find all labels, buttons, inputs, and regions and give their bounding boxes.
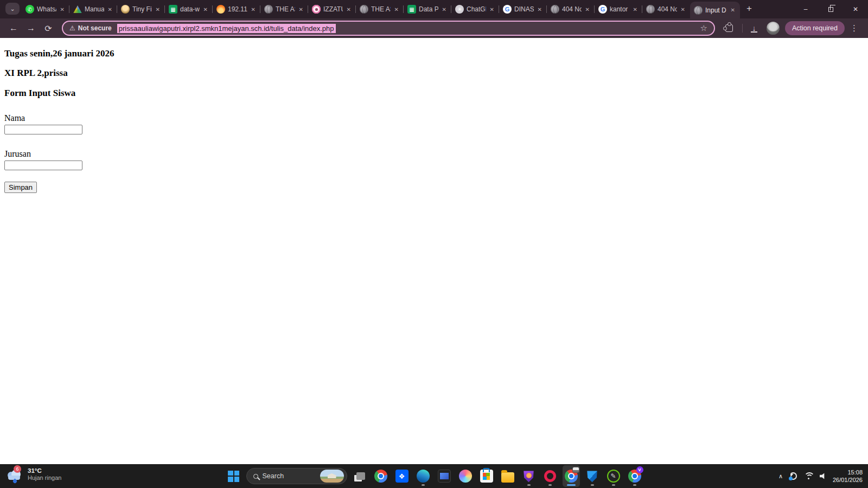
globe-favicon	[694, 6, 703, 15]
jurusan-input[interactable]	[4, 160, 82, 170]
browser-tab[interactable]: kantor ✕	[595, 0, 642, 18]
browser-tab[interactable]: Data Pl ✕	[404, 0, 451, 18]
start-button[interactable]	[225, 465, 242, 487]
taskbar-app-store[interactable]	[478, 465, 495, 487]
tab-close-icon[interactable]: ✕	[584, 6, 591, 13]
microsoft-store-icon	[480, 470, 493, 483]
browser-tab[interactable]: ChatGP ✕	[451, 0, 499, 18]
taskbar-app-chrome-profile[interactable]	[563, 465, 580, 487]
taskbar-app-taskview[interactable]	[351, 465, 368, 487]
notification-badge: 6	[14, 465, 21, 473]
tab-close-icon[interactable]: ✕	[59, 6, 66, 13]
tab-search-button[interactable]: ⌄	[5, 3, 20, 15]
taskbar-app-photos[interactable]	[436, 465, 453, 487]
volume-icon[interactable]	[820, 473, 826, 479]
taskbar-search[interactable]: Search	[246, 468, 347, 484]
taskbar-app-edge[interactable]	[414, 465, 432, 487]
clock[interactable]: 15:08 26/01/2026	[833, 468, 863, 484]
weather-cloud-icon: 6	[7, 466, 24, 483]
google-favicon	[598, 5, 607, 14]
taskbar-app-chrome[interactable]	[372, 465, 390, 487]
address-bar[interactable]: ⚠ Not secure prissaauliawigaputri.xirpl2…	[62, 21, 715, 36]
simpan-button[interactable]: Simpan	[4, 182, 37, 193]
sync-update-icon[interactable]	[789, 472, 797, 480]
browser-tab[interactable]: WhatsA ✕	[22, 0, 69, 18]
windows-security-shield-icon	[586, 470, 598, 483]
running-indicator	[548, 484, 552, 486]
not-secure-label[interactable]: Not secure	[78, 24, 112, 32]
jurusan-label: Jurusan	[4, 149, 864, 159]
taskbar-app-explorer[interactable]	[499, 465, 516, 487]
wifi-icon[interactable]	[803, 472, 813, 480]
web-page: Tugas senin,26 januari 2026 XI RPL 2,pri…	[0, 38, 868, 464]
search-label: Search	[263, 472, 316, 480]
profile-avatar[interactable]	[767, 22, 780, 35]
tab-close-icon[interactable]: ✕	[155, 6, 161, 13]
whatsapp-favicon	[25, 5, 34, 14]
tab-close-icon[interactable]: ✕	[730, 7, 736, 14]
browser-tab[interactable]: Tiny Fil ✕	[117, 0, 165, 18]
tab-close-icon[interactable]: ✕	[680, 6, 686, 13]
reload-button[interactable]: ⟳	[40, 20, 56, 36]
tab-title: data-w	[180, 5, 200, 13]
globe-favicon	[551, 5, 559, 14]
nama-label: Nama	[4, 113, 864, 123]
taskbar-app-greenshot[interactable]	[605, 465, 622, 487]
action-required-button[interactable]: Action required	[785, 21, 845, 35]
tab-title: 192.11.	[228, 5, 247, 13]
weather-widget[interactable]: 6 31°C Hujan ringan	[7, 466, 61, 483]
tab-close-icon[interactable]: ✕	[393, 6, 400, 13]
browser-tab[interactable]: 192.11. ✕	[213, 0, 260, 18]
tab-close-icon[interactable]: ✕	[107, 6, 113, 13]
warning-icon: ⚠	[69, 24, 75, 32]
tab-strip: WhatsA ✕ Manual ✕ Tiny Fil ✕ data-w ✕ 19…	[22, 0, 740, 18]
restore-button[interactable]	[818, 0, 843, 18]
taskbar-app-dropbox[interactable]	[393, 465, 411, 487]
tab-close-icon[interactable]: ✕	[298, 6, 304, 13]
running-indicator	[422, 484, 425, 486]
file-explorer-icon	[501, 472, 514, 483]
browser-tab[interactable]: Input D ✕	[690, 2, 740, 18]
hidden-icons-chevron[interactable]: ∧	[778, 473, 783, 480]
taskbar-app-defender[interactable]	[584, 465, 601, 487]
browser-tab[interactable]: THE AS ✕	[356, 0, 404, 18]
edge-icon	[417, 470, 430, 483]
tab-close-icon[interactable]: ✕	[441, 6, 448, 13]
heading-form: Form Input Siswa	[4, 88, 864, 99]
tab-close-icon[interactable]: ✕	[537, 6, 543, 13]
izzatu-favicon	[312, 5, 321, 14]
chatgpt-favicon	[455, 5, 464, 14]
back-button[interactable]: ←	[5, 20, 22, 36]
browser-tab[interactable]: 404 No ✕	[642, 0, 690, 18]
url-text[interactable]: prissaauliawigaputri.xirpl2.smkn1mejayan…	[117, 24, 336, 33]
system-tray: ∧ 15:08 26/01/2026	[778, 464, 863, 488]
taskbar-app-chrome-v[interactable]: V	[626, 465, 643, 487]
tab-close-icon[interactable]: ✕	[250, 6, 257, 13]
taskbar-app-opera[interactable]	[541, 465, 559, 487]
nama-input[interactable]	[4, 125, 82, 134]
tab-close-icon[interactable]: ✕	[489, 6, 495, 13]
browser-tab[interactable]: 404 No ✕	[547, 0, 595, 18]
browser-tab[interactable]: THE AS ✕	[260, 0, 308, 18]
browser-tab[interactable]: IZZATU ✕	[308, 0, 356, 18]
new-tab-button[interactable]: +	[742, 3, 756, 15]
tab-close-icon[interactable]: ✕	[346, 6, 352, 13]
downloads-icon[interactable]: ↓	[747, 21, 761, 35]
toolbar-divider	[742, 24, 743, 33]
tab-close-icon[interactable]: ✕	[202, 6, 209, 13]
tab-title: Data Pl	[419, 5, 438, 13]
taskbar-app-copilot[interactable]	[457, 465, 474, 487]
browser-menu-icon[interactable]: ⋮	[846, 23, 863, 33]
extensions-icon[interactable]	[725, 24, 733, 32]
forward-button[interactable]: →	[23, 20, 39, 36]
taskbar-app-securebrowser[interactable]	[520, 465, 538, 487]
browser-tab[interactable]: DINAS ✕	[499, 0, 547, 18]
window-controls: – ✕	[793, 0, 868, 18]
tab-close-icon[interactable]: ✕	[632, 6, 639, 13]
browser-tab[interactable]: data-w ✕	[165, 0, 213, 18]
close-button[interactable]: ✕	[843, 0, 868, 18]
minimize-button[interactable]: –	[793, 0, 818, 18]
browser-tab[interactable]: Manual ✕	[69, 0, 117, 18]
bookmark-star-icon[interactable]: ☆	[700, 23, 707, 33]
photos-app-icon	[438, 470, 451, 483]
